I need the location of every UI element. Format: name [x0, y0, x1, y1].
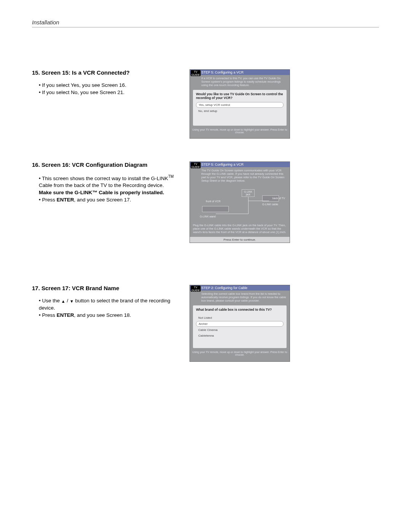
up-arrow-icon: ▲: [61, 299, 65, 304]
section-17: 17. Screen 17: VCR Brand Name Use the ▲ …: [32, 285, 379, 362]
box15-opt-no[interactable]: No, end setup: [196, 109, 284, 113]
tvguide-logo-icon: TVGUIDE: [191, 162, 201, 168]
glink-jack-label: G-LINK jack: [242, 189, 255, 197]
s15-bullet-1: If you select Yes, you see Screen 16.: [39, 82, 184, 89]
heading-15: 15. Screen 15: Is a VCR Connected?: [32, 69, 184, 76]
label-back-tv: back of TV: [272, 197, 285, 200]
s17-bullet-1: Use the ▲ / ▼ button to select the brand…: [39, 297, 184, 312]
box17-footer: Using your TV remote, move up or down to…: [190, 350, 290, 358]
header-rule: [32, 27, 379, 27]
heading-17: 17. Screen 17: VCR Brand Name: [32, 285, 184, 291]
page-header: Installation: [32, 19, 379, 26]
box17-opt-cablecinema[interactable]: Cable Cinema: [196, 328, 284, 332]
box16-diagram: G-LINK jack front of VCR back of TV G-LI…: [193, 186, 287, 220]
tvguide-logo-icon: TVGUIDE: [191, 70, 201, 76]
heading-16: 16. Screen 16: VCR Configuration Diagram: [32, 161, 184, 168]
section-15: 15. Screen 15: Is a VCR Connected? If yo…: [32, 69, 379, 139]
box15-opt-yes[interactable]: Yes, setup VCR control: [196, 102, 284, 108]
box17-question: What brand of cable box is connected to …: [196, 308, 284, 312]
box17-opt-cabletenna[interactable]: Cabletenna: [196, 333, 284, 338]
box17-opt-archer[interactable]: Archer: [196, 321, 284, 327]
screenshot-16: TVGUIDE STEP 5: Configuring a VCR The TV…: [190, 161, 290, 243]
screenshot-15: TVGUIDE STEP 5: Configuring a VCR If a V…: [190, 69, 290, 139]
section-16: 16. Screen 16: VCR Configuration Diagram…: [32, 161, 379, 243]
tvguide-logo-icon: TVGUIDE: [191, 286, 201, 292]
box15-footer: Using your TV remote, move up or down to…: [190, 127, 290, 136]
box17-intro: Selecting the correct cable box brand fr…: [190, 291, 290, 304]
box17-title: STEP 2: Configuring for Cable: [190, 285, 290, 291]
box16-continue[interactable]: Press Enter to continue.: [190, 237, 290, 243]
box16-intro: The TV Guide On Screen system communicat…: [190, 167, 290, 184]
label-glink-wand: G-LINK wand: [200, 215, 216, 218]
s17-bullet-2: Press ENTER, and you see Screen 18.: [39, 312, 184, 319]
vcr-rect-icon: [202, 206, 229, 212]
box17-opt-notlisted[interactable]: Not Listed: [196, 315, 284, 320]
s16-bullet-2: Press ENTER, and you see Screen 17.: [39, 197, 184, 204]
s15-bullet-2: If you select No, you see Screen 21.: [39, 89, 184, 96]
s16-note: Make sure the G-LINK™ Cable is properly …: [32, 189, 184, 197]
box16-title: STEP 5: Configuring a VCR: [190, 162, 290, 167]
label-glink-cable: G-LINK cable: [262, 203, 278, 206]
s16-bullet-1: This screen shows the correct way to ins…: [39, 174, 184, 189]
box16-caption: Plug the G-LINK cable into the G-LINK ja…: [190, 222, 290, 235]
box15-question: Would you like to use TV Guide On Screen…: [196, 92, 284, 100]
label-front-vcr: front of VCR: [206, 200, 221, 203]
screenshot-17: TVGUIDE STEP 2: Configuring for Cable Se…: [190, 285, 290, 362]
down-arrow-icon: ▼: [70, 299, 74, 304]
box15-title: STEP 5: Configuring a VCR: [190, 70, 290, 75]
box15-intro: If a VCR is connected to this TV, you ca…: [190, 75, 290, 88]
